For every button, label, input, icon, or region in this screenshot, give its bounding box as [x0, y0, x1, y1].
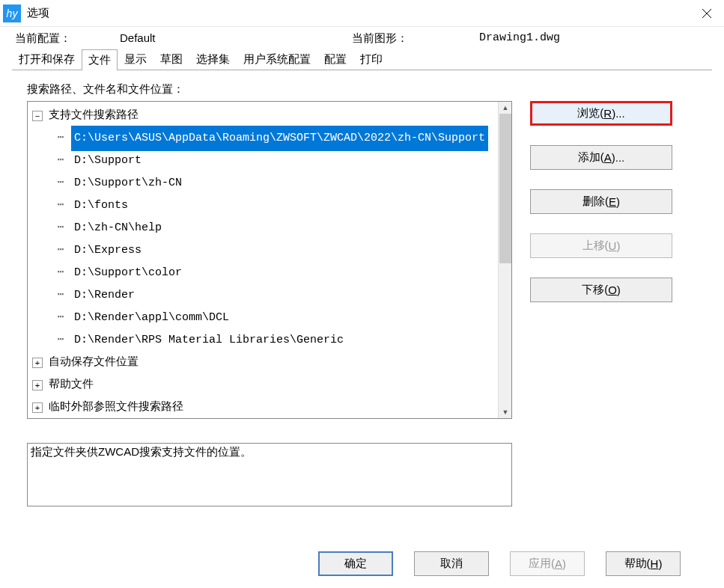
tree-path-item[interactable]: ⋯D:\zh-CN\help — [29, 217, 510, 239]
tree-label: 临时外部参照文件搜索路径 — [46, 395, 186, 419]
path-tree[interactable]: −支持文件搜索路径⋯C:\Users\ASUS\AppData\Roaming\… — [27, 101, 512, 419]
tree-node-collapsed[interactable]: +临时外部参照文件搜索路径 — [29, 396, 510, 419]
browse-button[interactable]: 浏览(R)... — [530, 101, 672, 126]
tree-path-text: D:\Express — [71, 238, 145, 263]
tree-path-text: D:\fonts — [71, 193, 131, 218]
tab-1[interactable]: 文件 — [82, 49, 118, 70]
tree-node-support-paths[interactable]: −支持文件搜索路径 — [29, 105, 510, 127]
tree-path-text: D:\zh-CN\help — [71, 215, 165, 241]
tree-node-collapsed[interactable]: +帮助文件 — [29, 374, 510, 396]
tree-path-item[interactable]: ⋯D:\fonts — [29, 195, 510, 217]
tab-2[interactable]: 显示 — [118, 49, 153, 70]
tree-path-item[interactable]: ⋯D:\Support — [29, 150, 510, 172]
help-button[interactable]: 帮助(H) — [606, 551, 681, 576]
tab-5[interactable]: 用户系统配置 — [237, 49, 317, 70]
collapse-icon[interactable]: − — [32, 111, 43, 121]
title-bar: hy 选项 — [0, 0, 724, 27]
content-area: 搜索路径、文件名和文件位置： −支持文件搜索路径⋯C:\Users\ASUS\A… — [0, 70, 724, 512]
leaf-marker-icon: ⋯ — [56, 239, 65, 262]
tree-path-item[interactable]: ⋯D:\Express — [29, 239, 510, 262]
close-icon — [702, 8, 712, 19]
tree-label: 支持文件搜索路径 — [46, 103, 142, 129]
tree-path-text: D:\Render\appl\comm\DCL — [71, 305, 232, 331]
tab-6[interactable]: 配置 — [317, 49, 353, 70]
drawing-label: 当前图形： — [352, 31, 479, 46]
scroll-up-arrow[interactable]: ▲ — [499, 102, 512, 114]
leaf-marker-icon: ⋯ — [56, 172, 65, 195]
tree-label: 帮助文件 — [46, 373, 97, 398]
expand-icon[interactable]: + — [32, 358, 43, 368]
add-button[interactable]: 添加(A)... — [530, 145, 672, 170]
tree-path-text: C:\Users\ASUS\AppData\Roaming\ZWSOFT\ZWC… — [71, 126, 488, 151]
tree-path-text: D:\Support\color — [71, 260, 185, 286]
tree-path-text: D:\Render\RPS Material Libraries\Generic — [71, 328, 347, 353]
tab-0[interactable]: 打开和保存 — [12, 49, 82, 70]
tab-3[interactable]: 草图 — [153, 49, 189, 70]
app-icon: hy — [3, 4, 21, 22]
tree-path-text: D:\Render — [71, 283, 138, 308]
ok-button[interactable]: 确定 — [318, 551, 393, 576]
leaf-marker-icon: ⋯ — [56, 150, 65, 172]
scroll-thumb[interactable] — [499, 114, 511, 263]
remove-button[interactable]: 删除(E) — [530, 189, 672, 214]
close-button[interactable] — [690, 0, 724, 27]
drawing-value: Drawing1.dwg — [479, 31, 560, 46]
leaf-marker-icon: ⋯ — [56, 262, 65, 284]
moveup-button: 上移(U) — [530, 233, 672, 258]
tree-node-collapsed[interactable]: +自动保存文件位置 — [29, 352, 510, 374]
tree-path-text: D:\Support — [71, 148, 145, 174]
section-label: 搜索路径、文件名和文件位置： — [27, 82, 703, 97]
window-title: 选项 — [27, 6, 690, 20]
tree-path-item[interactable]: ⋯C:\Users\ASUS\AppData\Roaming\ZWSOFT\ZW… — [29, 127, 510, 150]
tab-7[interactable]: 打印 — [353, 49, 389, 70]
profile-label: 当前配置： — [15, 31, 120, 46]
side-button-group: 浏览(R)... 添加(A)... 删除(E) 上移(U) 下移(O) — [530, 101, 672, 419]
movedown-button[interactable]: 下移(O) — [530, 278, 672, 302]
profile-value: Default — [120, 31, 352, 46]
tree-path-item[interactable]: ⋯D:\Render — [29, 284, 510, 307]
tree-path-item[interactable]: ⋯D:\Support\zh-CN — [29, 172, 510, 195]
description-box: 指定文件夹供ZWCAD搜索支持文件的位置。 — [27, 443, 512, 506]
leaf-marker-icon: ⋯ — [56, 329, 65, 352]
scroll-down-arrow[interactable]: ▼ — [499, 406, 512, 418]
tree-label: 自动保存文件位置 — [46, 350, 142, 376]
tree-path-item[interactable]: ⋯D:\Render\appl\comm\DCL — [29, 307, 510, 329]
leaf-marker-icon: ⋯ — [56, 195, 65, 217]
tab-bar: 打开和保存文件显示草图选择集用户系统配置配置打印 — [12, 49, 712, 70]
bottom-button-row: 确定 取消 应用(A) 帮助(H) — [318, 551, 681, 576]
tree-path-item[interactable]: ⋯D:\Render\RPS Material Libraries\Generi… — [29, 329, 510, 352]
tree-path-text: D:\Support\zh-CN — [71, 171, 185, 196]
leaf-marker-icon: ⋯ — [56, 217, 65, 239]
leaf-marker-icon: ⋯ — [56, 307, 65, 329]
cancel-button[interactable]: 取消 — [414, 551, 489, 576]
info-row: 当前配置： Default 当前图形： Drawing1.dwg — [0, 27, 724, 49]
scrollbar[interactable]: ▲ ▼ — [498, 102, 511, 418]
tree-path-item[interactable]: ⋯D:\Support\color — [29, 262, 510, 284]
expand-icon[interactable]: + — [32, 402, 43, 413]
apply-button: 应用(A) — [510, 551, 585, 576]
leaf-marker-icon: ⋯ — [56, 284, 65, 307]
tab-4[interactable]: 选择集 — [189, 49, 237, 70]
leaf-marker-icon: ⋯ — [56, 127, 65, 150]
expand-icon[interactable]: + — [32, 380, 43, 391]
